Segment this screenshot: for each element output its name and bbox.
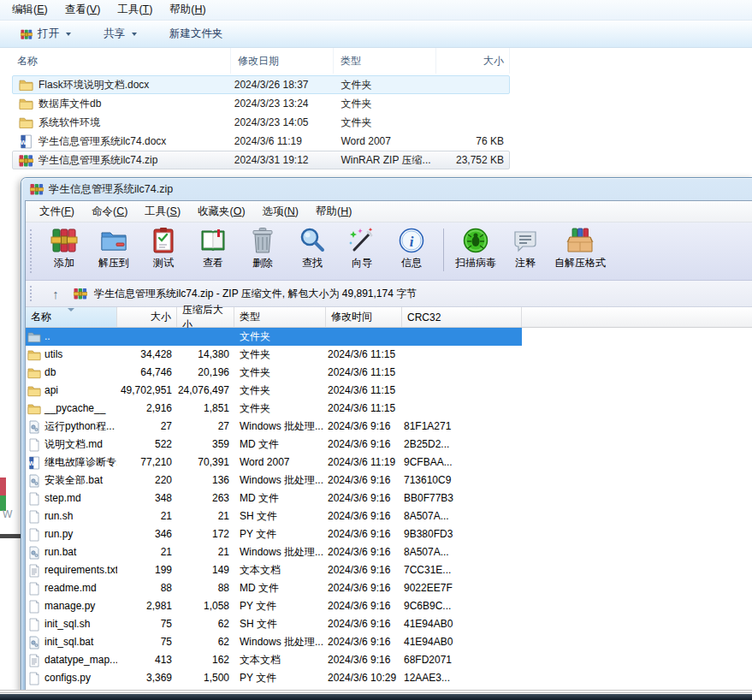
packed-cell: 1,500 xyxy=(177,669,234,687)
archive-row[interactable]: init_sql.sh7562SH 文件2024/3/6 9:1641E94AB… xyxy=(26,615,752,633)
share-button[interactable]: 共享 xyxy=(104,27,137,41)
crc-cell: 12AAE3... xyxy=(402,669,522,687)
column-header-date[interactable]: 修改日期 xyxy=(231,48,334,74)
size-cell: 88 xyxy=(117,579,177,597)
crc-cell xyxy=(402,364,522,382)
winrar-icon xyxy=(74,287,87,300)
virus-button[interactable]: 扫描病毒 xyxy=(451,224,500,270)
archive-row[interactable]: init_sql.bat7562Windows 批处理...2024/3/6 9… xyxy=(26,633,752,651)
column-header-size[interactable]: 大小 xyxy=(436,48,510,74)
archive-column-header-1[interactable]: 大小 xyxy=(117,307,177,327)
type-cell: MD 文件 xyxy=(234,489,326,507)
type-cell: SH 文件 xyxy=(234,615,326,633)
winrar-address-bar: ↑ 学生信息管理系统ilc74.zip - ZIP 压缩文件, 解包大小为 49… xyxy=(26,281,752,307)
add-button[interactable]: 添加 xyxy=(39,224,89,270)
archive-row[interactable]: manage.py2,9811,058PY 文件2024/3/6 9:169C6… xyxy=(26,597,752,615)
winrar-menu-S[interactable]: 工具(S) xyxy=(136,203,189,221)
winrar-menu-N[interactable]: 选项(N) xyxy=(254,203,307,221)
winrar-menu-H[interactable]: 帮助(H) xyxy=(307,203,360,221)
file-icon xyxy=(27,600,41,614)
entry-name: readme.md xyxy=(44,579,97,597)
file-date: 2024/3/6 11:19 xyxy=(228,135,335,147)
archive-row[interactable]: run.py346172PY 文件2024/3/6 9:169B380FD3 xyxy=(26,525,752,543)
find-button[interactable]: 查找 xyxy=(287,224,337,270)
archive-row[interactable]: requirements.txt199149文本文档2024/3/6 9:167… xyxy=(26,561,752,579)
entry-name: utils xyxy=(44,346,62,364)
entry-name: 说明文档.md xyxy=(44,436,103,454)
archive-row[interactable]: __pycache__2,9161,851文件夹2024/3/6 11:15 xyxy=(26,400,752,418)
explorer-file-row[interactable]: 学生信息管理系统ilc74.zip2024/3/31 19:12WinRAR Z… xyxy=(12,151,510,169)
archive-row[interactable]: utils34,42814,380文件夹2024/3/6 11:15 xyxy=(26,346,752,364)
archive-row[interactable]: 安装全部.bat220136Windows 批处理...2024/3/6 9:1… xyxy=(26,472,752,489)
entry-name: 运行python程... xyxy=(44,418,115,436)
archive-file-list: ..文件夹utils34,42814,380文件夹2024/3/6 11:15d… xyxy=(26,328,752,691)
archive-row[interactable]: datatype_map....413162文本文档2024/3/6 9:166… xyxy=(26,651,752,669)
archive-column-header-5[interactable]: CRC32 xyxy=(402,307,522,327)
file-type: 文件夹 xyxy=(334,97,434,111)
archive-path-text[interactable]: 学生信息管理系统ilc74.zip - ZIP 压缩文件, 解包大小为 49,8… xyxy=(94,287,417,301)
name-cell: 运行python程... xyxy=(26,418,117,436)
modified-cell: 2024/3/6 9:16 xyxy=(326,615,402,633)
archive-row[interactable]: 运行python程...2727Windows 批处理...2024/3/6 9… xyxy=(26,418,752,436)
modified-cell: 2024/3/6 11:15 xyxy=(326,400,402,418)
explorer-file-row[interactable]: W学生信息管理系统ilc74.docx2024/3/6 11:19Word 20… xyxy=(12,132,510,151)
type-cell: MD 文件 xyxy=(234,579,326,597)
modified-cell: 2024/3/6 9:16 xyxy=(326,597,402,615)
column-header-type[interactable]: 类型 xyxy=(334,48,436,74)
explorer-file-row[interactable]: 数据库文件db2024/3/23 13:24文件夹 xyxy=(12,94,510,113)
entry-name: manage.py xyxy=(44,597,95,615)
entry-name: api xyxy=(44,382,58,400)
file-name: 系统软件环境 xyxy=(33,116,228,130)
file-icon xyxy=(27,672,41,685)
wizard-button[interactable]: 向导 xyxy=(337,224,387,270)
archive-row[interactable]: W继电故障诊断专...77,21070,391Word 20072024/3/6… xyxy=(26,454,752,472)
type-cell: 文本文档 xyxy=(234,561,326,579)
archive-column-header-0[interactable]: 名称 xyxy=(26,307,117,327)
explorer-menu-H[interactable]: 帮助(H) xyxy=(161,1,214,19)
new-folder-button[interactable]: 新建文件夹 xyxy=(169,27,223,41)
folder-icon xyxy=(27,366,41,380)
archive-row[interactable]: api49,702,95124,076,497文件夹2024/3/6 11:15 xyxy=(26,382,752,400)
modified-cell xyxy=(326,328,402,346)
archive-row[interactable]: readme.md8888MD 文件2024/3/6 9:169022EE7F xyxy=(26,579,752,597)
type-cell: PY 文件 xyxy=(234,525,326,543)
window-edge xyxy=(0,534,21,538)
delete-button[interactable]: 删除 xyxy=(238,224,287,270)
winrar-menubar: 文件(F)命令(C)工具(S)收藏夹(O)选项(N)帮助(H) xyxy=(26,201,752,222)
crc-cell: 9CFBAA... xyxy=(402,454,522,472)
archive-column-header-3[interactable]: 类型 xyxy=(234,307,326,327)
extract-button[interactable]: 解压到 xyxy=(89,224,139,270)
name-cell: manage.py xyxy=(26,597,117,615)
comment-button[interactable]: 注释 xyxy=(500,224,550,270)
explorer-menu-V[interactable]: 查看(V) xyxy=(56,1,110,19)
test-button[interactable]: 测试 xyxy=(139,224,188,270)
archive-row[interactable]: ..文件夹 xyxy=(26,328,522,346)
view-button[interactable]: 查看 xyxy=(188,224,238,270)
crc-cell: BB0F77B3 xyxy=(402,489,522,507)
info-button[interactable]: i信息 xyxy=(387,224,436,270)
archive-row[interactable]: step.md348263MD 文件2024/3/6 9:16BB0F77B3 xyxy=(26,489,752,507)
archive-row[interactable]: run.bat2121Windows 批处理...2024/3/6 9:168A… xyxy=(26,543,752,561)
winrar-menu-F[interactable]: 文件(F) xyxy=(31,203,83,221)
type-cell: 文件夹 xyxy=(234,400,326,418)
archive-column-header-2[interactable]: 压缩后大小 xyxy=(177,307,234,327)
winrar-titlebar[interactable]: 学生信息管理系统ilc74.zip xyxy=(21,178,752,200)
archive-column-header-4[interactable]: 修改时间 xyxy=(326,307,402,327)
explorer-file-row[interactable]: Flask环境说明文档.docx2024/3/26 18:37文件夹 xyxy=(12,75,510,94)
winrar-toolbar: 添加解压到测试查看删除查找向导i信息扫描病毒注释自解压格式 xyxy=(26,222,752,281)
archive-row[interactable]: db64,74620,196文件夹2024/3/6 11:15 xyxy=(26,364,752,382)
archive-row[interactable]: run.sh2121SH 文件2024/3/6 9:168A507A... xyxy=(26,507,752,525)
sfx-button[interactable]: 自解压格式 xyxy=(550,224,610,270)
up-one-level-button[interactable]: ↑ xyxy=(44,284,67,303)
explorer-menu-E[interactable]: 编辑(E) xyxy=(3,1,56,19)
open-button[interactable]: 打开 xyxy=(21,27,71,41)
explorer-menu-T[interactable]: 工具(T) xyxy=(109,1,161,19)
archive-row[interactable]: 说明文档.md522359MD 文件2024/3/6 9:162B25D2... xyxy=(26,436,752,454)
winrar-menu-O[interactable]: 收藏夹(O) xyxy=(189,203,254,221)
archive-row[interactable]: configs.py3,3691,500PY 文件2024/3/6 10:291… xyxy=(26,669,752,687)
winrar-menu-C[interactable]: 命令(C) xyxy=(83,203,136,221)
explorer-file-row[interactable]: 系统软件环境2024/3/23 14:05文件夹 xyxy=(12,113,510,132)
packed-cell: 136 xyxy=(177,472,234,489)
bat-icon xyxy=(27,636,41,650)
column-header-name[interactable]: 名称 xyxy=(17,48,231,74)
